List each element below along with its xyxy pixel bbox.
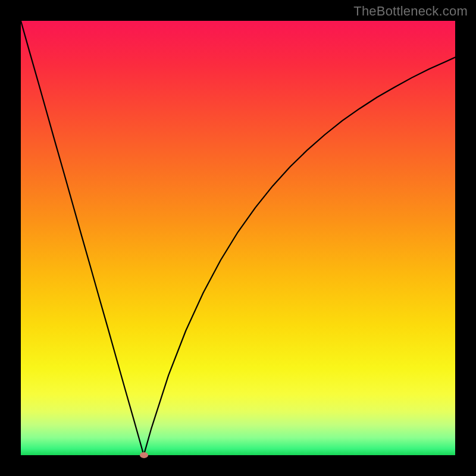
bottleneck-curve: [21, 21, 455, 455]
plot-area: [21, 21, 455, 455]
chart-frame: TheBottleneck.com: [0, 0, 476, 476]
watermark-text: TheBottleneck.com: [353, 4, 468, 19]
minimum-marker: [140, 452, 148, 458]
